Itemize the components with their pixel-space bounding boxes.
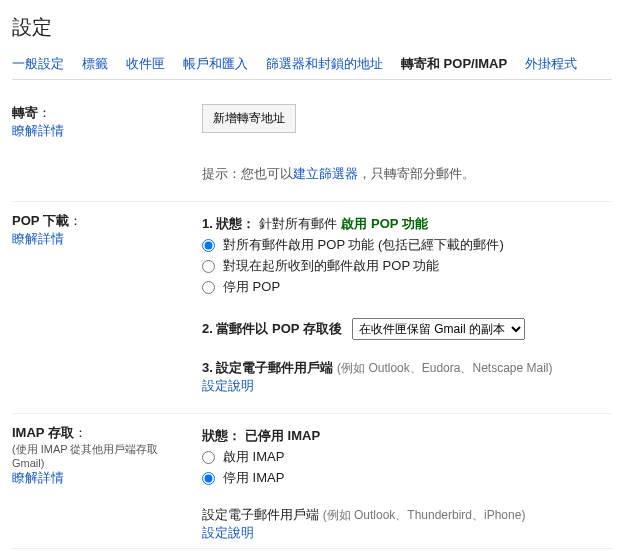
imap-subtitle: (使用 IMAP 從其他用戶端存取 Gmail)	[12, 442, 192, 469]
tab-inbox[interactable]: 收件匣	[126, 55, 165, 73]
pop-when-select[interactable]: 在收件匣保留 Gmail 的副本	[352, 318, 525, 340]
forwarding-title: 轉寄	[12, 105, 38, 120]
tab-general[interactable]: 一般設定	[12, 55, 64, 73]
tab-forwarding-pop-imap[interactable]: 轉寄和 POP/IMAP	[401, 55, 507, 73]
pop-disable-radio[interactable]	[202, 281, 215, 294]
pop-status-prefix: 針對所有郵件	[259, 215, 337, 233]
imap-status-value: 已停用 IMAP	[245, 427, 320, 445]
forwarding-section: 轉寄： 瞭解詳情 新增轉寄地址 提示：您也可以建立篩選器，只轉寄部分郵件。	[12, 94, 612, 202]
imap-disable-label[interactable]: 停用 IMAP	[223, 469, 284, 487]
imap-enable-label[interactable]: 啟用 IMAP	[223, 448, 284, 466]
pop-client-examples: (例如 Outlook、Eudora、Netscape Mail)	[337, 361, 552, 375]
create-filter-link[interactable]: 建立篩選器	[293, 166, 358, 181]
pop-status-enabled: 啟用 POP 功能	[341, 215, 427, 233]
page-title: 設定	[12, 14, 612, 41]
imap-client-examples: (例如 Outlook、Thunderbird、iPhone)	[323, 508, 526, 522]
pop-when-label: 2. 當郵件以 POP 存取後	[202, 320, 342, 338]
imap-learn-more-link[interactable]: 瞭解詳情	[12, 470, 64, 485]
add-forwarding-address-button[interactable]: 新增轉寄地址	[202, 104, 296, 133]
forwarding-hint: 提示：您也可以建立篩選器，只轉寄部分郵件。	[202, 165, 612, 183]
colon: ：	[38, 105, 51, 120]
settings-tabs: 一般設定 標籤 收件匣 帳戶和匯入 篩選器和封鎖的地址 轉寄和 POP/IMAP…	[12, 55, 612, 80]
tab-addons[interactable]: 外掛程式	[525, 55, 577, 73]
pop-learn-more-link[interactable]: 瞭解詳情	[12, 231, 64, 246]
imap-disable-radio[interactable]	[202, 472, 215, 485]
tab-labels[interactable]: 標籤	[82, 55, 108, 73]
colon: ：	[74, 425, 87, 440]
imap-enable-radio[interactable]	[202, 451, 215, 464]
pop-enable-now-radio[interactable]	[202, 260, 215, 273]
imap-setup-instructions-link[interactable]: 設定說明	[202, 525, 254, 540]
hint-prefix: 提示：您也可以	[202, 166, 293, 181]
pop-enable-all-radio[interactable]	[202, 239, 215, 252]
colon: ：	[69, 213, 82, 228]
pop-setup-instructions-link[interactable]: 設定說明	[202, 378, 254, 393]
pop-disable-label[interactable]: 停用 POP	[223, 278, 280, 296]
tab-filters[interactable]: 篩選器和封鎖的地址	[266, 55, 383, 73]
hint-suffix: ，只轉寄部分郵件。	[358, 166, 475, 181]
imap-status-label: 狀態：	[202, 427, 241, 445]
pop-title: POP 下載	[12, 213, 69, 228]
pop-enable-all-label[interactable]: 對所有郵件啟用 POP 功能 (包括已經下載的郵件)	[223, 236, 504, 254]
forwarding-learn-more-link[interactable]: 瞭解詳情	[12, 123, 64, 138]
pop-enable-now-label[interactable]: 對現在起所收到的郵件啟用 POP 功能	[223, 257, 439, 275]
pop-client-label: 3. 設定電子郵件用戶端	[202, 360, 337, 375]
tab-accounts[interactable]: 帳戶和匯入	[183, 55, 248, 73]
pop-download-section: POP 下載： 瞭解詳情 1. 狀態： 針對所有郵件啟用 POP 功能 對所有郵…	[12, 202, 612, 414]
imap-client-label: 設定電子郵件用戶端	[202, 507, 323, 522]
pop-status-label: 1. 狀態：	[202, 215, 255, 233]
imap-title: IMAP 存取	[12, 425, 74, 440]
imap-access-section: IMAP 存取： (使用 IMAP 從其他用戶端存取 Gmail) 瞭解詳情 狀…	[12, 414, 612, 548]
